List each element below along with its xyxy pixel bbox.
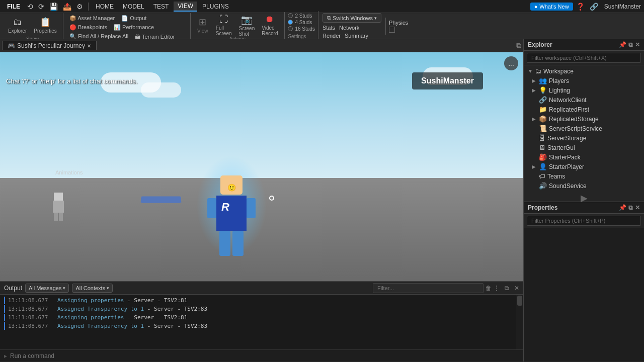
tree-item-replicatedfirst[interactable]: 📁 ReplicatedFirst [524, 105, 644, 114]
command-bar[interactable]: ▸ [0, 349, 523, 361]
chat-hint-text: Chat '/?' or '/help' for a list of chat … [6, 77, 137, 85]
tree-item-teams[interactable]: 🏷 Teams [524, 171, 644, 181]
tree-item-soundservice[interactable]: 🔊 SoundService [524, 181, 644, 191]
properties-pin-icon[interactable]: 📌 [619, 204, 626, 211]
explorer-header: Explorer 📌 ⧉ ✕ [524, 39, 644, 51]
toolbar-icon-undo[interactable]: ⟲ [25, 3, 35, 11]
all-contexts-dropdown[interactable]: All Contexts ▾ [72, 284, 113, 293]
stats-network-row: Stats Network [323, 25, 381, 31]
output-body: 13:11:08.677 Assigning properties - Serv… [0, 295, 523, 349]
output-clear-icon[interactable]: 🗑 [486, 285, 492, 292]
render-summary-row: Render Summary [323, 33, 381, 39]
stud-16[interactable]: 16 Studs [288, 26, 314, 32]
switch-windows-button[interactable]: ⧉ Switch Windows ▾ [323, 13, 381, 23]
properties-header: Properties 📌 ⧉ ✕ [524, 202, 644, 214]
log-line-1: 13:11:08.677 Assigning properties - Serv… [4, 297, 512, 304]
toolbar-icon-redo[interactable]: ⟳ [36, 3, 46, 11]
properties-title: Properties [528, 204, 557, 211]
explorer-filter-input[interactable] [527, 53, 641, 63]
log-line-4: 13:11:08.677 Assigned Transparency to 1 … [4, 322, 512, 330]
whatsnew-button[interactable]: ●What's New [530, 3, 573, 11]
video-record-button[interactable]: ⏺ VideoRecord [259, 14, 281, 36]
tab-close-button[interactable]: ✕ [87, 43, 91, 49]
menu-model[interactable]: MODEL [119, 2, 148, 11]
game-tab[interactable]: 🎮 Sushi's Perculiar Journey ✕ [2, 41, 97, 50]
asset-manager-button[interactable]: 📦 Asset Manager [66, 14, 118, 23]
toolbar-icon-publish[interactable]: 📤 [61, 3, 73, 11]
screenshot-button[interactable]: 📷 ScreenShot [236, 14, 258, 36]
toolbar-icon-save[interactable]: 💾 [47, 3, 60, 11]
username-label: SushiManster [604, 3, 641, 10]
properties-close-icon[interactable]: ✕ [635, 204, 640, 211]
network-button[interactable]: Network [339, 25, 359, 31]
toolbar-icon-settings[interactable]: ⚙ [74, 3, 85, 11]
explorer-close-icon[interactable]: ✕ [635, 41, 640, 48]
output-float-icon[interactable]: ⧉ [505, 285, 509, 292]
cursor-indicator [269, 196, 274, 201]
viewport-more-button[interactable]: ... [504, 56, 518, 70]
menu-plugins[interactable]: PLUGINS [198, 2, 233, 11]
tree-item-startergui[interactable]: 🖥 StarterGui [524, 143, 644, 152]
tree-item-lighting[interactable]: ▶ 💡 Lighting [524, 85, 644, 95]
tree-item-starterpack[interactable]: 🎒 StarterPack [524, 152, 644, 162]
explorer-panel-icons: 📌 ⧉ ✕ [619, 41, 640, 48]
menu-home[interactable]: HOME [92, 2, 118, 11]
full-screen-button[interactable]: ⛶ FullScreen [213, 14, 235, 36]
tree-item-workspace[interactable]: ▼ 🗂 Workspace [524, 66, 644, 76]
viewport-window-icon[interactable]: ⧉ [516, 41, 521, 50]
main-character: 🙂 R [216, 196, 247, 231]
tree-item-starterplayer[interactable]: ▶ 👤 StarterPlayer [524, 162, 644, 171]
properties-panel-icons: 📌 ⧉ ✕ [619, 204, 640, 211]
view-actions-section: ⊞ View ⛶ FullScreen 📷 ScreenShot ⏺ Video… [191, 13, 285, 39]
char-arm-left [207, 198, 216, 218]
tree-item-players[interactable]: ▶ 👥 Players [524, 76, 644, 85]
summary-button[interactable]: Summary [345, 33, 368, 39]
main-area: 🎮 Sushi's Perculiar Journey ✕ ⧉ Chat '/?… [0, 39, 644, 361]
tree-item-serverstorage[interactable]: 🗄 ServerStorage [524, 133, 644, 143]
tree-item-networkclient[interactable]: 🔗 NetworkClient [524, 95, 644, 105]
player-name-badge: SushiManster [412, 72, 483, 89]
viewport-tabbar: 🎮 Sushi's Perculiar Journey ✕ ⧉ [0, 39, 523, 52]
output-button[interactable]: 📄 Output [118, 14, 149, 23]
physics-checkbox[interactable] [389, 27, 395, 33]
small-char-body [53, 201, 64, 213]
right-panel: Explorer 📌 ⧉ ✕ ▼ 🗂 Workspace ▶ 👥 Players [523, 39, 644, 361]
stud-2[interactable]: 2 Studs [288, 13, 314, 19]
explorer-button[interactable]: 🗂 Explorer [5, 14, 30, 36]
output-filter-input[interactable] [373, 283, 484, 293]
output-log[interactable]: 13:11:08.677 Assigning properties - Serv… [0, 295, 516, 349]
menu-test[interactable]: TEST [149, 2, 173, 11]
stud-4[interactable]: 4 Studs [288, 20, 314, 25]
view-selector-button[interactable]: ⊞ View [194, 14, 212, 36]
toolbar: 🗂 Explorer 📋 Properties Show 📦 Asset Man… [0, 13, 644, 39]
output-close-icon[interactable]: ✕ [514, 285, 519, 292]
physics-button[interactable]: Physics [389, 20, 408, 26]
explorer-float-icon[interactable]: ⧉ [628, 41, 633, 48]
render-button[interactable]: Render [323, 33, 341, 39]
command-input[interactable] [10, 352, 519, 359]
output-scrollbar[interactable] [516, 295, 523, 349]
tree-expand-more[interactable]: ▶ [524, 191, 644, 202]
explorer-pin-icon[interactable]: 📌 [619, 41, 626, 48]
properties-button[interactable]: 📋 Properties [31, 14, 60, 36]
help-icon[interactable]: ❓ [574, 3, 587, 11]
tree-item-replicatedstorage[interactable]: ▶ 📦 ReplicatedStorage [524, 114, 644, 124]
char-leg-left [219, 231, 230, 256]
share-icon[interactable]: 🔗 [588, 3, 600, 11]
viewport-container[interactable]: Chat '/?' or '/help' for a list of chat … [0, 52, 523, 281]
menu-view[interactable]: VIEW [174, 2, 197, 12]
tab-title: Sushi's Perculiar Journey [17, 42, 85, 49]
stats-button[interactable]: Stats [323, 25, 335, 31]
output-more-icon[interactable]: ⋮ [494, 285, 500, 292]
breakpoints-button[interactable]: 🔴 Breakpoints [66, 23, 110, 32]
performance-button[interactable]: 📊 Performance [111, 23, 157, 32]
all-messages-dropdown[interactable]: All Messages ▾ [25, 284, 69, 293]
properties-filter-area [524, 214, 644, 228]
view-tools-section: 📦 Asset Manager 📄 Output 🔴 Breakpoints 📊… [63, 13, 191, 39]
tree-item-serverscriptservice[interactable]: 📜 ServerScriptService [524, 124, 644, 133]
file-menu[interactable]: FILE [3, 2, 24, 11]
properties-float-icon[interactable]: ⧉ [628, 204, 633, 211]
properties-filter-input[interactable] [527, 216, 641, 226]
small-char-legs [53, 213, 64, 221]
scrollbar-thumb[interactable] [517, 296, 522, 306]
